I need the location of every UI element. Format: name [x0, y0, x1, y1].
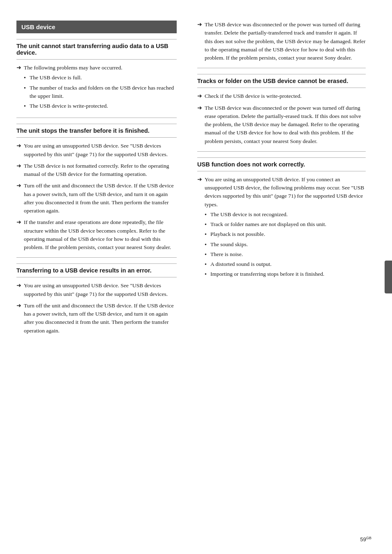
arrow-icon-1: ➜ — [16, 64, 21, 71]
right-divider-1 — [197, 68, 366, 68]
right-arrow-item-3: ➜ The USB device was disconnected or the… — [197, 104, 366, 145]
arrow-text-2: You are using an unsupported USB device.… — [24, 142, 177, 159]
list-item: The USB device is full. — [24, 74, 177, 82]
arrow-text-4: Turn off the unit and disconnect the USB… — [24, 182, 177, 215]
left-column: USB device The unit cannot start transfe… — [0, 12, 189, 542]
arrow1-sublist: The USB device is full. The number of tr… — [24, 74, 177, 110]
page-number: 59GB — [360, 536, 371, 542]
right-arrow-icon-4: ➜ — [197, 176, 202, 183]
right-arrow-item-2: ➜ Check if the USB device is write-prote… — [197, 92, 366, 100]
arrow-text-3: The USB device is not formatted correctl… — [24, 162, 177, 179]
arrow-item-4: ➜ Turn off the unit and disconnect the U… — [16, 182, 177, 215]
list-item: The USB device is write-protected. — [24, 102, 177, 110]
arrow4-sublist: The USB device is not recognized. Track … — [205, 210, 366, 279]
right-arrow-item-1: ➜ The USB device was disconnected or the… — [197, 21, 366, 62]
right-arrow-text-2: Check if the USB device is write-protect… — [205, 92, 366, 100]
list-item: There is noise. — [205, 250, 366, 259]
right-arrow-text-3: The USB device was disconnected or the p… — [205, 104, 366, 145]
list-item: The USB device is not recognized. — [205, 210, 366, 219]
right-arrow-icon-2: ➜ — [197, 92, 202, 99]
list-item: Track or folder names are not displayed … — [205, 220, 366, 229]
divider-1 — [16, 118, 177, 118]
arrow-item-5: ➜ If the transfer and erase operations a… — [16, 218, 177, 252]
right-column: ➜ The USB device was disconnected or the… — [189, 12, 378, 542]
arrow-item-3: ➜ The USB device is not formatted correc… — [16, 162, 177, 179]
arrow-text-1: The following problems may have occurred… — [24, 65, 122, 71]
arrow-icon-5: ➜ — [16, 219, 21, 226]
arrow-icon-3: ➜ — [16, 162, 21, 169]
right-arrow-text-4: You are using an unsupported USB device.… — [205, 176, 364, 208]
page: USB device The unit cannot start transfe… — [0, 0, 392, 554]
arrow-text-7: Turn off the unit and disconnect the USB… — [24, 302, 177, 335]
divider-2 — [16, 257, 177, 258]
side-tab — [385, 261, 392, 293]
list-item: The number of tracks and folders on the … — [24, 84, 177, 101]
subsection-heading-3: Transferring to a USB device results in … — [16, 263, 177, 277]
arrow-item-1: ➜ The following problems may have occurr… — [16, 64, 177, 112]
section-title: USB device — [16, 21, 177, 33]
arrow-item-7: ➜ Turn off the unit and disconnect the U… — [16, 302, 177, 335]
list-item: Playback is not possible. — [205, 230, 366, 238]
subsection-heading-2: The unit stops the transfer before it is… — [16, 124, 177, 138]
arrow-item-2: ➜ You are using an unsupported USB devic… — [16, 142, 177, 159]
subsection-heading-1: The unit cannot start transferring audio… — [16, 39, 177, 60]
right-arrow-icon-3: ➜ — [197, 104, 202, 111]
arrow-icon-7: ➜ — [16, 302, 21, 309]
list-item: A distorted sound is output. — [205, 260, 366, 268]
right-arrow-text-1: The USB device was disconnected or the p… — [205, 21, 366, 62]
arrow-icon-6: ➜ — [16, 282, 21, 289]
list-item: Importing or transferring stops before i… — [205, 270, 366, 278]
arrow-icon-4: ➜ — [16, 182, 21, 189]
right-arrow-item-4: ➜ You are using an unsupported USB devic… — [197, 175, 366, 280]
right-divider-2 — [197, 151, 366, 152]
arrow-item-6: ➜ You are using an unsupported USB devic… — [16, 282, 177, 298]
list-item: The sound skips. — [205, 240, 366, 249]
arrow-text-5: If the transfer and erase operations are… — [24, 218, 177, 252]
right-subsection-heading-2: USB function does not work correctly. — [197, 157, 366, 171]
arrow-text-6: You are using an unsupported USB device.… — [24, 282, 177, 298]
right-subsection-heading-1: Tracks or folder on the USB device canno… — [197, 74, 366, 88]
arrow-icon-2: ➜ — [16, 142, 21, 149]
right-arrow-icon-1: ➜ — [197, 21, 202, 28]
